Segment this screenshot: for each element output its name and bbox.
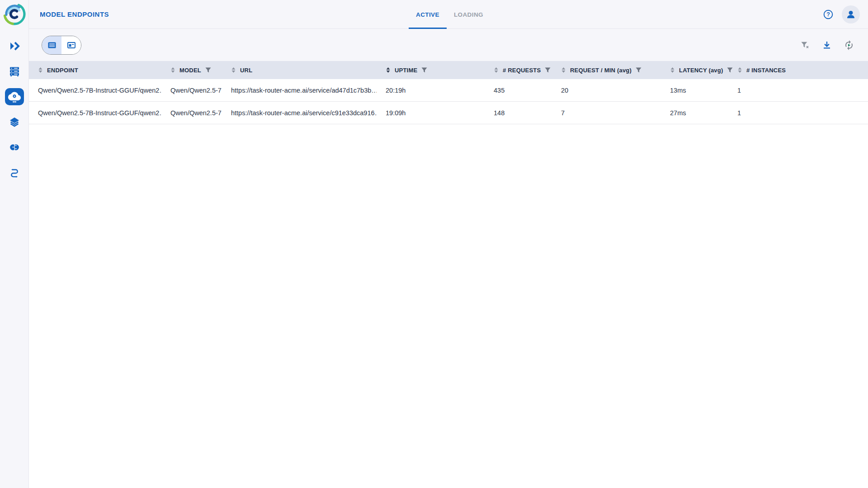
column-header-instances[interactable]: # INSTANCES — [728, 61, 868, 79]
column-label: UPTIME — [395, 67, 417, 74]
filter-icon[interactable] — [636, 67, 642, 73]
table-row[interactable]: Qwen/Qwen2.5-7B-Instruct-GGUF/qwen2… Qwe… — [29, 79, 868, 102]
column-header-requests[interactable]: # REQUESTS — [485, 61, 552, 79]
column-label: # INSTANCES — [746, 67, 786, 74]
cell-endpoint: Qwen/Qwen2.5-7B-Instruct-GGUF/qwen2… — [29, 79, 161, 101]
column-header-latency[interactable]: LATENCY (avg) — [661, 61, 728, 79]
cell-url: https://task-router-acme.ai/service/ad47… — [222, 79, 377, 101]
column-label: # REQUESTS — [503, 67, 541, 74]
cell-requests: 148 — [485, 102, 552, 124]
cell-request-per-min: 20 — [552, 79, 661, 101]
toolbar-actions — [796, 36, 858, 54]
sort-icon[interactable] — [494, 67, 499, 73]
list-view-button[interactable] — [42, 36, 61, 54]
cell-request-per-min: 7 — [552, 102, 661, 124]
help-button[interactable]: ? — [819, 5, 837, 23]
cell-latency: 13ms — [661, 79, 728, 101]
card-view-icon — [66, 40, 76, 50]
column-label: REQUEST / MIN (avg) — [570, 67, 632, 74]
toolbar — [29, 29, 868, 61]
svg-text:?: ? — [826, 11, 830, 18]
main-content: MODEL ENDPOINTS ACTIVE LOADING ? — [29, 0, 868, 488]
cell-latency: 27ms — [661, 102, 728, 124]
brain-icon — [9, 141, 20, 153]
sidebar-item-expand[interactable] — [4, 35, 25, 57]
clear-filters-button[interactable] — [796, 36, 814, 54]
sort-icon[interactable] — [670, 67, 675, 73]
column-header-model[interactable]: MODEL — [161, 61, 222, 79]
cell-uptime: 20:19h — [377, 79, 485, 101]
sidebar — [0, 0, 29, 488]
sort-icon[interactable] — [386, 67, 391, 73]
server-icon — [9, 66, 20, 77]
cell-instances: 1 — [728, 79, 868, 101]
page-title: MODEL ENDPOINTS — [40, 10, 109, 18]
double-chevron-right-icon — [9, 40, 20, 52]
sidebar-item-layers[interactable] — [4, 111, 25, 133]
sidebar-item-model-endpoints[interactable] — [5, 88, 24, 105]
column-label: MODEL — [179, 67, 201, 74]
table-row[interactable]: Qwen/Qwen2.5-7B-Instruct-GGUF/qwen2… Qwe… — [29, 102, 868, 124]
auto-refresh-icon — [844, 40, 854, 51]
pipeline-icon — [9, 167, 20, 178]
help-icon: ? — [823, 9, 834, 20]
cell-uptime: 19:09h — [377, 102, 485, 124]
list-view-icon — [47, 40, 57, 50]
covalent-logo-icon — [3, 3, 26, 25]
app-root: MODEL ENDPOINTS ACTIVE LOADING ? — [0, 0, 868, 488]
column-label: URL — [240, 67, 252, 74]
cell-model: Qwen/Qwen2.5-7… — [161, 102, 222, 124]
filter-icon[interactable] — [545, 67, 551, 73]
cell-model: Qwen/Qwen2.5-7… — [161, 79, 222, 101]
column-label: LATENCY (avg) — [679, 67, 723, 74]
sidebar-item-pipelines[interactable] — [4, 162, 25, 183]
sidebar-item-servers[interactable] — [4, 61, 25, 82]
filter-clear-icon — [800, 40, 810, 50]
filter-icon[interactable] — [205, 67, 211, 73]
column-header-endpoint[interactable]: ENDPOINT — [29, 61, 161, 79]
sort-icon[interactable] — [231, 67, 236, 73]
download-button[interactable] — [818, 36, 836, 54]
filter-icon[interactable] — [421, 67, 427, 73]
tab-active[interactable]: ACTIVE — [409, 0, 447, 29]
sort-icon[interactable] — [38, 67, 43, 73]
sort-icon[interactable] — [561, 67, 566, 73]
topbar: MODEL ENDPOINTS ACTIVE LOADING ? — [29, 0, 868, 29]
table-body: Qwen/Qwen2.5-7B-Instruct-GGUF/qwen2… Qwe… — [29, 79, 868, 124]
cell-url: https://task-router-acme.ai/service/c91e… — [222, 102, 377, 124]
sort-icon[interactable] — [170, 67, 175, 73]
auto-refresh-button[interactable] — [840, 36, 858, 54]
view-toggle-group — [42, 36, 81, 55]
table-header-row: ENDPOINT MODEL URL UPTIME — [29, 61, 868, 79]
cell-instances: 1 — [728, 102, 868, 124]
sidebar-item-models[interactable] — [4, 136, 25, 158]
column-header-request-per-min[interactable]: REQUEST / MIN (avg) — [552, 61, 661, 79]
topbar-actions: ? — [819, 5, 860, 23]
card-view-button[interactable] — [61, 36, 81, 54]
column-header-url[interactable]: URL — [222, 61, 377, 79]
tab-loading[interactable]: LOADING — [447, 0, 491, 29]
user-avatar-icon — [845, 9, 857, 20]
sidebar-nav — [4, 35, 25, 183]
user-avatar[interactable] — [842, 5, 860, 23]
column-header-uptime[interactable]: UPTIME — [377, 61, 485, 79]
layers-icon — [9, 116, 20, 128]
sort-icon[interactable] — [737, 67, 742, 73]
cloud-gear-icon — [8, 90, 21, 103]
app-logo[interactable] — [3, 3, 26, 25]
tab-bar: ACTIVE LOADING — [409, 0, 491, 29]
cell-endpoint: Qwen/Qwen2.5-7B-Instruct-GGUF/qwen2… — [29, 102, 161, 124]
endpoints-table: ENDPOINT MODEL URL UPTIME — [29, 61, 868, 488]
download-icon — [821, 40, 832, 51]
column-label: ENDPOINT — [47, 67, 78, 74]
cell-requests: 435 — [485, 79, 552, 101]
